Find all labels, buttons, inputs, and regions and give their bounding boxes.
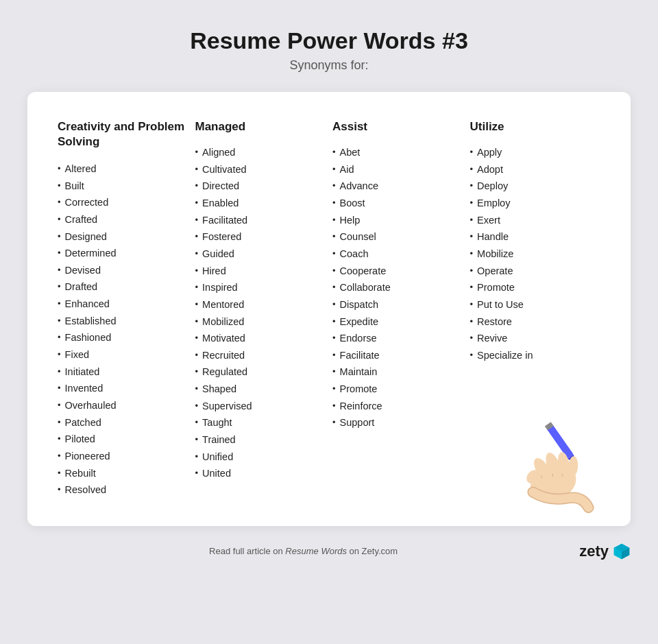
word-list-assist: AbetAidAdvanceBoostHelpCounselCoachCoope… xyxy=(332,144,463,431)
list-item: Revive xyxy=(470,330,601,347)
list-item: Recruited xyxy=(195,347,326,364)
list-item: Employ xyxy=(470,195,601,212)
column-assist: Assist AbetAidAdvanceBoostHelpCounselCoa… xyxy=(332,119,463,499)
list-item: Promote xyxy=(332,381,463,398)
list-item: Adopt xyxy=(470,161,601,178)
list-item: Promote xyxy=(470,279,601,296)
list-item: Deploy xyxy=(470,178,601,195)
list-item: Resolved xyxy=(58,481,188,499)
list-item: Established xyxy=(58,313,188,330)
list-item: Advance xyxy=(332,178,463,195)
list-item: Counsel xyxy=(332,228,463,246)
list-item: United xyxy=(195,465,326,482)
column-header-utilize: Utilize xyxy=(470,119,601,134)
list-item: Rebuilt xyxy=(58,465,188,482)
content-card: Creativity and Problem Solving AlteredBu… xyxy=(27,92,631,526)
list-item: Overhauled xyxy=(58,397,188,414)
list-item: Maintain xyxy=(332,363,463,381)
list-item: Patched xyxy=(58,414,188,431)
list-item: Fixed xyxy=(58,346,188,363)
list-item: Coach xyxy=(332,246,463,263)
list-item: Altered xyxy=(58,160,188,178)
list-item: Restore xyxy=(470,313,601,331)
list-item: Supervised xyxy=(195,398,326,415)
list-item: Exert xyxy=(470,212,601,229)
word-list-utilize: ApplyAdoptDeployEmployExertHandleMobiliz… xyxy=(470,144,601,363)
list-item: Reinforce xyxy=(332,398,463,415)
list-item: Aid xyxy=(332,161,463,178)
word-list-creativity: AlteredBuiltCorrectedCraftedDesignedDete… xyxy=(58,160,188,499)
list-item: Pioneered xyxy=(58,448,188,465)
list-item: Shaped xyxy=(195,381,326,398)
column-creativity: Creativity and Problem Solving AlteredBu… xyxy=(58,119,188,499)
list-item: Apply xyxy=(470,144,601,161)
footer-link-text: Resume Words xyxy=(285,546,347,556)
list-item: Inspired xyxy=(195,279,326,296)
list-item: Devised xyxy=(58,262,188,279)
list-item: Enabled xyxy=(195,195,326,212)
list-item: Taught xyxy=(195,414,326,431)
hand-illustration xyxy=(487,403,610,512)
list-item: Mentored xyxy=(195,296,326,313)
list-item: Trained xyxy=(195,431,326,449)
list-item: Designed xyxy=(58,228,188,246)
list-item: Regulated xyxy=(195,363,326,381)
list-item: Guided xyxy=(195,246,326,263)
list-item: Invented xyxy=(58,380,188,397)
list-item: Mobilize xyxy=(470,246,601,263)
page-subtitle: Synonyms for: xyxy=(289,58,368,73)
list-item: Dispatch xyxy=(332,296,463,313)
list-item: Handle xyxy=(470,228,601,246)
brand-icon xyxy=(613,542,631,560)
list-item: Facilitate xyxy=(332,347,463,364)
list-item: Facilitated xyxy=(195,212,326,229)
list-item: Unified xyxy=(195,449,326,466)
list-item: Directed xyxy=(195,178,326,195)
list-item: Collaborate xyxy=(332,279,463,296)
zety-logo: zety xyxy=(579,542,631,560)
footer: Read full article on Resume Words on Zet… xyxy=(27,542,631,560)
list-item: Operate xyxy=(470,263,601,280)
list-item: Support xyxy=(332,414,463,431)
list-item: Endorse xyxy=(332,330,463,347)
list-item: Aligned xyxy=(195,144,326,161)
column-header-assist: Assist xyxy=(332,119,463,134)
footer-text: Read full article on Resume Words on Zet… xyxy=(27,546,579,556)
list-item: Crafted xyxy=(58,211,188,228)
list-item: Boost xyxy=(332,195,463,212)
list-item: Corrected xyxy=(58,194,188,211)
list-item: Determined xyxy=(58,245,188,262)
list-item: Mobilized xyxy=(195,313,326,331)
list-item: Fostered xyxy=(195,228,326,246)
list-item: Cooperate xyxy=(332,263,463,280)
list-item: Initiated xyxy=(58,363,188,381)
brand-name: zety xyxy=(579,542,609,560)
list-item: Built xyxy=(58,178,188,195)
page-title: Resume Power Words #3 xyxy=(190,27,468,54)
column-managed: Managed AlignedCultivatedDirectedEnabled… xyxy=(195,119,326,499)
list-item: Fashioned xyxy=(58,329,188,346)
list-item: Specialize in xyxy=(470,347,601,364)
list-item: Piloted xyxy=(58,431,188,448)
list-item: Put to Use xyxy=(470,296,601,313)
list-item: Enhanced xyxy=(58,296,188,313)
list-item: Cultivated xyxy=(195,161,326,178)
list-item: Hired xyxy=(195,263,326,280)
list-item: Drafted xyxy=(58,278,188,296)
list-item: Expedite xyxy=(332,313,463,331)
list-item: Abet xyxy=(332,144,463,161)
column-header-managed: Managed xyxy=(195,119,326,134)
column-header-creativity: Creativity and Problem Solving xyxy=(58,119,188,151)
word-list-managed: AlignedCultivatedDirectedEnabledFacilita… xyxy=(195,144,326,482)
list-item: Help xyxy=(332,212,463,229)
list-item: Motivated xyxy=(195,330,326,347)
